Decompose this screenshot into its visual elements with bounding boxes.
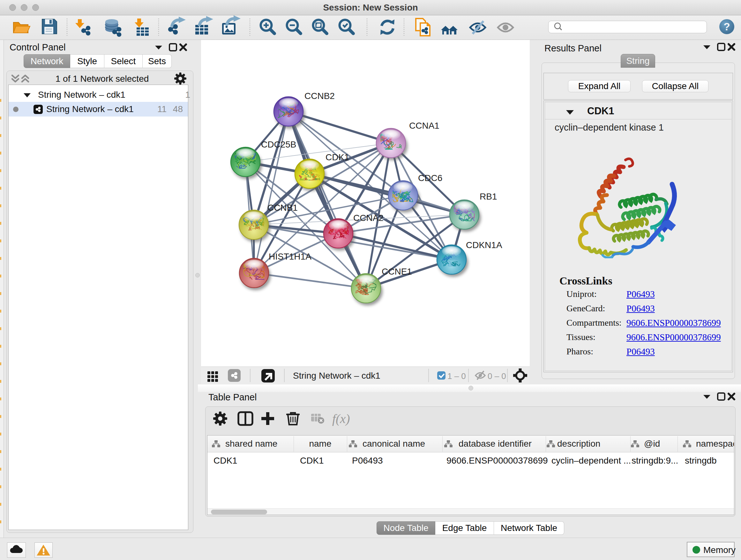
svg-text:CDC6: CDC6 (418, 173, 442, 183)
svg-text:CDK1: CDK1 (326, 152, 349, 162)
svg-text:CCNB1: CCNB1 (267, 203, 298, 212)
svg-text:CCNA2: CCNA2 (353, 213, 384, 223)
svg-text:RB1: RB1 (480, 192, 497, 201)
svg-text:HIST1H1A: HIST1H1A (269, 252, 312, 261)
svg-text:CCNE1: CCNE1 (382, 266, 412, 276)
svg-text:CDC25B: CDC25B (261, 139, 296, 149)
svg-text:CCNA1: CCNA1 (409, 121, 440, 131)
svg-text:CDKN1A: CDKN1A (466, 240, 502, 250)
svg-text:CCNB2: CCNB2 (305, 91, 335, 101)
